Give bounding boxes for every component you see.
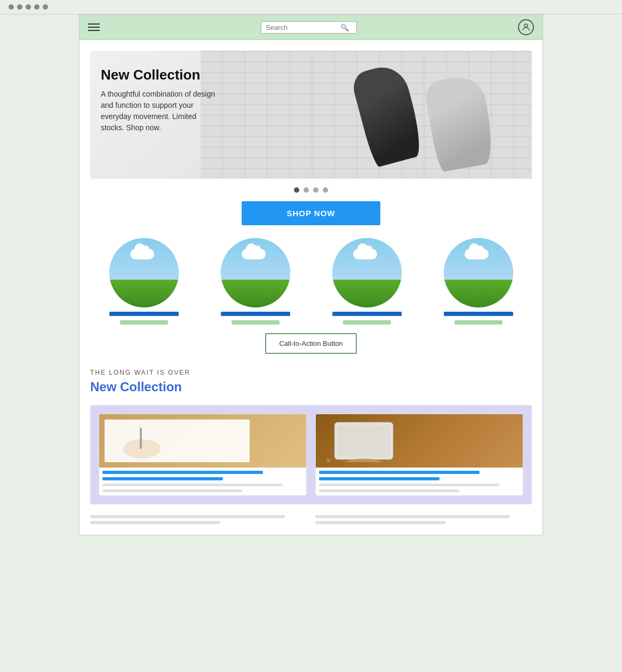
section-sub-label: THE LONG WAIT IS OVER xyxy=(90,369,532,376)
bottom-card-lines-1 xyxy=(90,515,307,524)
hamburger-line-3 xyxy=(88,30,100,31)
landscape-3 xyxy=(332,238,402,307)
cards-grid: /// xyxy=(90,405,532,504)
card-2-line-2 xyxy=(319,477,440,480)
card-1-image xyxy=(99,414,306,468)
grass-2 xyxy=(221,280,290,307)
navbar: 🔍 xyxy=(79,15,543,40)
bottom-line-2-a xyxy=(315,515,510,518)
hero-banner: New Collection A thoughtful combination … xyxy=(90,51,532,179)
bottom-line-1-a xyxy=(90,515,285,518)
dot-1 xyxy=(9,4,14,10)
search-input[interactable] xyxy=(266,23,340,31)
product-circle-1[interactable] xyxy=(109,238,179,307)
bottom-lines-row xyxy=(90,515,532,524)
landscape-4 xyxy=(444,238,513,307)
card-2-image: /// xyxy=(316,414,523,468)
product-item-4 xyxy=(425,238,532,325)
card-2-lines xyxy=(316,468,523,495)
bottom-line-1-b xyxy=(90,521,220,524)
cta-button[interactable]: Call-to-Action Button xyxy=(265,333,356,354)
card-1-lines xyxy=(99,468,306,495)
svg-point-0 xyxy=(524,24,528,27)
product-title-bar-4 xyxy=(444,312,513,316)
grass-3 xyxy=(332,280,402,307)
card-1-line-1 xyxy=(102,471,263,474)
card-1-line-4 xyxy=(102,489,243,492)
dot-5 xyxy=(43,4,48,10)
svg-rect-4 xyxy=(337,425,390,457)
carousel-dots xyxy=(90,187,532,193)
top-dots-row xyxy=(0,0,622,14)
products-row xyxy=(90,238,532,325)
product-title-bar-3 xyxy=(332,312,402,316)
cloud-1 xyxy=(130,249,154,259)
product-card-1[interactable] xyxy=(99,414,307,496)
product-subtitle-bar-2 xyxy=(232,320,280,325)
product-circle-2[interactable] xyxy=(221,238,290,307)
hamburger-line-2 xyxy=(88,27,100,28)
main-content: New Collection A thoughtful combination … xyxy=(79,40,543,535)
product-title-bar-1 xyxy=(109,312,179,316)
product-subtitle-bar-3 xyxy=(343,320,391,325)
dot-3 xyxy=(26,4,31,10)
shop-now-button[interactable]: SHOP NOW xyxy=(242,201,380,225)
user-svg xyxy=(521,22,531,32)
card-1-line-3 xyxy=(102,484,283,486)
hamburger-menu[interactable] xyxy=(88,23,100,31)
carousel-dot-2[interactable] xyxy=(304,187,309,193)
dot-4 xyxy=(34,4,39,10)
hero-text-block: New Collection A thoughtful combination … xyxy=(101,67,218,133)
hero-description: A thoughtful combination of design and f… xyxy=(101,89,218,133)
cta-button-wrapper: Call-to-Action Button xyxy=(90,333,532,354)
bottom-line-2-b xyxy=(315,521,445,524)
cloud-3 xyxy=(353,249,377,259)
product-item-2 xyxy=(202,238,309,325)
cloud-4 xyxy=(465,249,489,259)
product-subtitle-bar-1 xyxy=(120,320,168,325)
grass-4 xyxy=(444,280,513,307)
tablet-scene: /// xyxy=(316,414,523,468)
product-title-bar-2 xyxy=(221,312,290,316)
card-2-line-3 xyxy=(319,484,499,486)
landscape-1 xyxy=(109,238,179,307)
card-2-line-4 xyxy=(319,489,459,492)
dot-2 xyxy=(17,4,22,10)
landscape-2 xyxy=(221,238,290,307)
hero-title: New Collection xyxy=(101,67,218,83)
search-container[interactable]: 🔍 xyxy=(261,21,357,34)
app-container: 🔍 New Collection A thoughtful combinatio… xyxy=(79,14,543,535)
product-subtitle-bar-4 xyxy=(454,320,503,325)
hand-svg xyxy=(121,422,163,460)
carousel-dot-1[interactable] xyxy=(294,187,299,193)
cloud-2 xyxy=(242,249,266,259)
product-card-2[interactable]: /// xyxy=(315,414,523,496)
page-wrapper: 🔍 New Collection A thoughtful combinatio… xyxy=(0,0,622,672)
search-icon: 🔍 xyxy=(340,23,349,31)
writing-scene xyxy=(99,414,306,468)
product-circle-3[interactable] xyxy=(332,238,402,307)
hamburger-line-1 xyxy=(88,23,100,25)
tattoo-hint: /// xyxy=(326,458,331,463)
carousel-dot-4[interactable] xyxy=(323,187,328,193)
product-item-1 xyxy=(90,238,197,325)
tablet-svg xyxy=(332,420,396,462)
section-title: New Collection xyxy=(90,380,532,394)
product-item-3 xyxy=(313,238,420,325)
svg-rect-2 xyxy=(140,428,142,449)
product-circle-4[interactable] xyxy=(444,238,513,307)
grass-1 xyxy=(109,280,179,307)
bottom-card-lines-2 xyxy=(315,515,532,524)
card-1-line-2 xyxy=(102,477,223,480)
card-2-line-1 xyxy=(319,471,480,474)
carousel-dot-3[interactable] xyxy=(313,187,318,193)
user-account-icon[interactable] xyxy=(518,19,534,35)
